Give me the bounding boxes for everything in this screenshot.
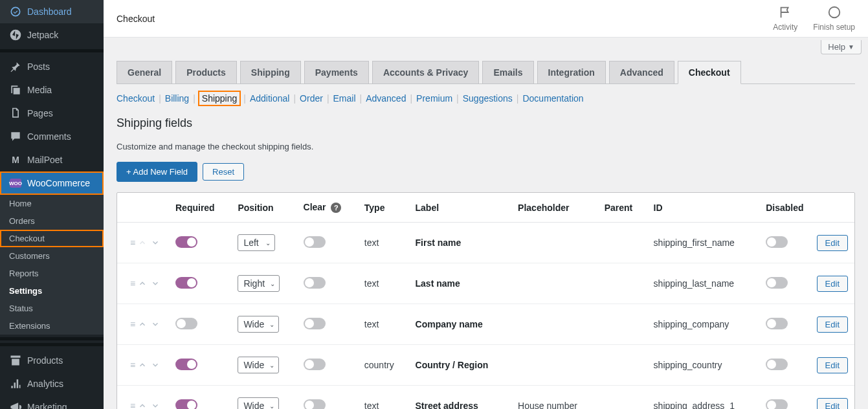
tab-checkout[interactable]: Checkout	[678, 61, 741, 84]
subtab-suggestions[interactable]: Suggestions	[463, 93, 513, 104]
drag-handle-icon[interactable]: ≡	[130, 319, 134, 329]
reset-button[interactable]: Reset	[203, 163, 244, 181]
drag-handle-icon[interactable]: ≡	[130, 238, 134, 248]
drag-handle-icon[interactable]: ≡	[130, 360, 134, 370]
sidebar-subitem-extensions[interactable]: Extensions	[0, 317, 104, 335]
edit-button[interactable]: Edit	[817, 276, 848, 292]
move-down-icon[interactable]	[151, 238, 160, 247]
sidebar-item-jetpack[interactable]: Jetpack	[0, 23, 104, 47]
sidebar-item-label: Posts	[27, 61, 50, 72]
required-toggle[interactable]	[175, 277, 197, 289]
edit-button[interactable]: Edit	[817, 357, 848, 373]
sidebar-subitem-status[interactable]: Status	[0, 300, 104, 317]
move-down-icon[interactable]	[151, 360, 160, 370]
move-up-icon[interactable]	[138, 360, 147, 370]
tab-accounts-privacy[interactable]: Accounts & Privacy	[372, 61, 480, 83]
move-up-icon[interactable]	[138, 401, 147, 409]
move-down-icon[interactable]	[151, 401, 160, 409]
subtab-advanced[interactable]: Advanced	[366, 93, 406, 104]
disabled-toggle[interactable]	[766, 318, 788, 329]
sidebar-item-media[interactable]: Media	[0, 78, 104, 102]
sidebar-subitem-home[interactable]: Home	[0, 195, 104, 212]
subtab-billing[interactable]: Billing	[165, 93, 189, 104]
position-select[interactable]: Wide⌄	[238, 357, 279, 373]
drag-handle-icon[interactable]: ≡	[130, 278, 134, 289]
edit-button[interactable]: Edit	[817, 316, 848, 333]
sidebar-subitem-reports[interactable]: Reports	[0, 265, 104, 282]
products-icon	[9, 354, 22, 367]
subtab-email[interactable]: Email	[333, 93, 356, 104]
help-icon[interactable]: ?	[331, 203, 341, 213]
sidebar-item-woocommerce[interactable]: WOOWooCommerce	[0, 171, 104, 195]
add-new-field-button[interactable]: + Add New Field	[117, 162, 197, 182]
table-row: ≡ Wide⌄countryCountry / Regionshipping_c…	[117, 345, 854, 386]
clear-toggle[interactable]	[304, 359, 326, 370]
subtab-checkout[interactable]: Checkout	[117, 93, 155, 104]
column-header: Type	[358, 193, 409, 223]
sidebar-subitem-orders[interactable]: Orders	[0, 212, 104, 230]
required-toggle[interactable]	[175, 399, 197, 410]
sidebar-item-dashboard[interactable]: Dashboard	[0, 0, 104, 23]
table-row: ≡ Wide⌄textStreet addressHouse numbershi…	[117, 386, 854, 410]
sidebar-item-mailpoet[interactable]: MMailPoet	[0, 148, 104, 171]
header-activity[interactable]: Activity	[773, 5, 797, 32]
sidebar-item-marketing[interactable]: Marketing	[0, 395, 104, 409]
move-up-icon[interactable]	[138, 279, 147, 288]
tab-payments[interactable]: Payments	[304, 61, 369, 83]
sidebar-subitem-settings[interactable]: Settings	[0, 282, 104, 300]
move-up-icon[interactable]	[138, 320, 147, 329]
subtab-premium[interactable]: Premium	[416, 93, 452, 104]
position-select[interactable]: Left⌄	[238, 234, 275, 251]
sidebar-item-posts[interactable]: Posts	[0, 55, 104, 78]
disabled-toggle[interactable]	[766, 359, 788, 370]
sidebar-item-label: MailPoet	[27, 155, 62, 165]
position-select[interactable]: Wide⌄	[238, 316, 279, 333]
subtab-documentation[interactable]: Documentation	[522, 93, 583, 104]
position-select[interactable]: Right⌄	[238, 275, 280, 292]
label-cell: Last name	[409, 263, 512, 304]
id-cell: shipping_company	[647, 304, 760, 345]
clear-toggle[interactable]	[304, 399, 326, 410]
tab-shipping[interactable]: Shipping	[240, 61, 301, 83]
required-toggle[interactable]	[175, 318, 197, 329]
move-down-icon[interactable]	[151, 279, 160, 288]
subtab-order[interactable]: Order	[300, 93, 323, 104]
help-dropdown[interactable]: Help ▼	[821, 40, 862, 54]
woo-icon: WOO	[9, 177, 22, 190]
edit-button[interactable]: Edit	[817, 398, 848, 410]
subtab-additional[interactable]: Additional	[250, 93, 290, 104]
column-header: ID	[647, 193, 760, 223]
sidebar-item-pages[interactable]: Pages	[0, 102, 104, 125]
clear-toggle[interactable]	[304, 236, 326, 248]
tab-emails[interactable]: Emails	[482, 61, 533, 83]
required-toggle[interactable]	[175, 359, 197, 370]
header-finish-setup[interactable]: Finish setup	[813, 5, 855, 32]
spinner-icon	[827, 5, 841, 21]
jetpack-icon	[9, 28, 22, 41]
tab-integration[interactable]: Integration	[537, 61, 606, 83]
subtab-shipping[interactable]: Shipping	[199, 92, 240, 105]
tab-advanced[interactable]: Advanced	[609, 61, 674, 83]
disabled-toggle[interactable]	[766, 277, 788, 289]
position-select[interactable]: Wide⌄	[238, 397, 279, 409]
parent-cell	[598, 304, 647, 345]
disabled-toggle[interactable]	[766, 236, 788, 248]
drag-handle-icon[interactable]: ≡	[130, 401, 134, 409]
sidebar-item-comments[interactable]: Comments	[0, 125, 104, 148]
sidebar-subitem-customers[interactable]: Customers	[0, 247, 104, 265]
parent-cell	[598, 223, 647, 263]
sidebar-item-products[interactable]: Products	[0, 349, 104, 372]
edit-button[interactable]: Edit	[817, 235, 848, 251]
move-down-icon[interactable]	[151, 320, 160, 329]
tab-general[interactable]: General	[117, 61, 172, 83]
help-row: Help ▼	[104, 38, 868, 54]
label-cell: Street address	[409, 386, 512, 410]
clear-toggle[interactable]	[304, 277, 326, 289]
required-toggle[interactable]	[175, 236, 197, 248]
disabled-toggle[interactable]	[766, 399, 788, 410]
sidebar-subitem-checkout[interactable]: Checkout	[0, 230, 104, 247]
sidebar-item-analytics[interactable]: Analytics	[0, 372, 104, 395]
clear-toggle[interactable]	[304, 318, 326, 329]
tab-products[interactable]: Products	[175, 61, 237, 83]
caret-down-icon: ⌄	[270, 280, 275, 287]
